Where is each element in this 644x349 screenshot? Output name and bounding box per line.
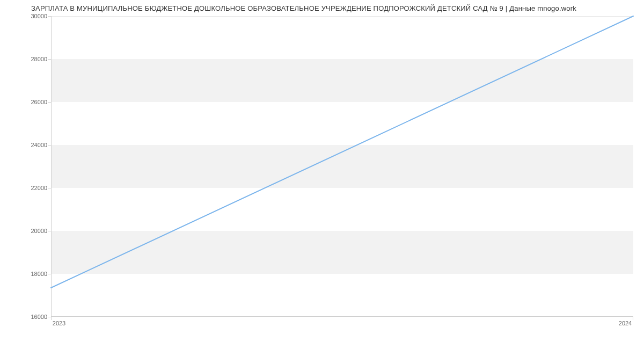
x-tick-mark <box>51 317 52 320</box>
y-tick-label: 24000 <box>20 142 47 148</box>
y-tick-label: 16000 <box>20 314 47 320</box>
y-tick-label: 20000 <box>20 228 47 234</box>
y-tick-label: 18000 <box>20 271 47 277</box>
x-tick-mark <box>633 317 633 320</box>
plot-area <box>51 16 633 317</box>
chart-title: ЗАРПЛАТА В МУНИЦИПАЛЬНОЕ БЮДЖЕТНОЕ ДОШКО… <box>31 4 576 12</box>
x-tick-label: 2023 <box>53 320 65 326</box>
y-tick-label: 30000 <box>20 13 47 19</box>
series-svg <box>51 16 633 317</box>
series-line <box>51 16 633 288</box>
x-tick-label: 2024 <box>619 320 632 326</box>
salary-line-chart: ЗАРПЛАТА В МУНИЦИПАЛЬНОЕ БЮДЖЕТНОЕ ДОШКО… <box>0 0 644 349</box>
y-tick-label: 26000 <box>20 99 47 105</box>
y-tick-label: 22000 <box>20 185 47 191</box>
y-tick-label: 28000 <box>20 56 47 62</box>
